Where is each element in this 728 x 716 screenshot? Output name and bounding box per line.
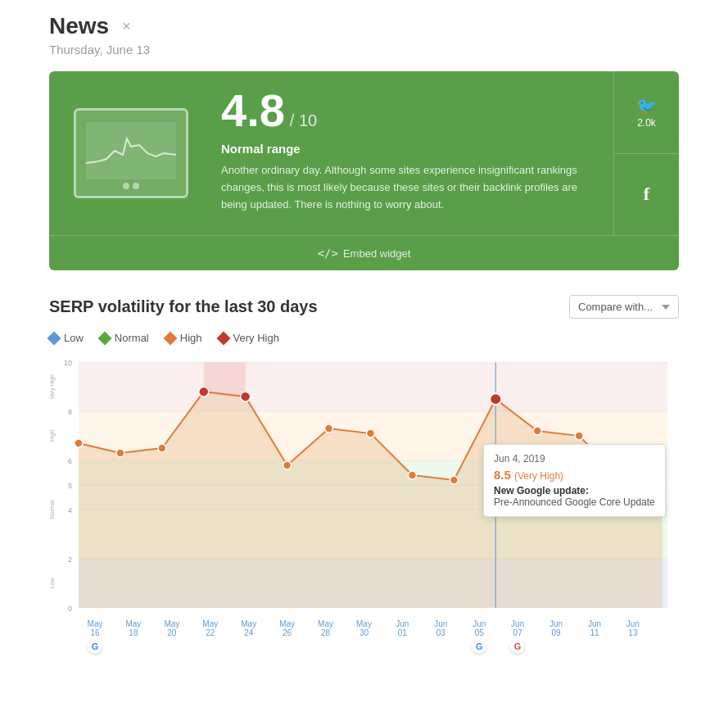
g-icon-slot-2 — [156, 639, 188, 654]
svg-point-30 — [325, 424, 333, 433]
g-icon-slot-8 — [386, 639, 418, 654]
x-label-jun01[interactable]: Jun01 — [386, 619, 418, 637]
chart-title: SERP volatility for the last 30 days — [49, 297, 318, 316]
very-high-color-swatch — [216, 331, 230, 345]
score-value: 4.8 — [221, 88, 285, 134]
x-label-may22[interactable]: May22 — [194, 619, 227, 637]
svg-point-36 — [575, 432, 583, 440]
g-icon-slot-7 — [347, 639, 380, 654]
legend-normal: Normal — [100, 332, 149, 344]
tooltip-score: 8.5 (Very High) — [494, 468, 655, 482]
g-icon-slot-4 — [233, 639, 265, 654]
score-card: 4.8 / 10 Normal range Another ordinary d… — [49, 71, 679, 270]
x-axis-labels: May16 May18 May20 May22 May24 May26 May2… — [49, 616, 679, 637]
legend-normal-label: Normal — [115, 332, 149, 344]
x-label-jun05[interactable]: Jun05 — [463, 619, 495, 637]
range-label: Normal range — [221, 142, 597, 156]
svg-text:8: 8 — [68, 408, 72, 416]
legend-low: Low — [49, 332, 84, 344]
page-title: News — [49, 13, 109, 39]
tooltip-date: Jun 4, 2019 — [494, 453, 655, 464]
g-icon-slot-11: G — [501, 639, 534, 654]
chart-section: SERP volatility for the last 30 days Com… — [49, 295, 679, 654]
page-subtitle: Thursday, June 13 — [49, 43, 679, 57]
svg-rect-0 — [79, 362, 667, 411]
g-icon-slot-1 — [117, 639, 150, 654]
range-description: Another ordinary day. Although some site… — [221, 162, 597, 213]
svg-marker-39 — [204, 362, 246, 397]
social-panel: 🐦 2.0k f — [613, 71, 679, 235]
svg-point-34 — [490, 393, 501, 405]
svg-point-33 — [450, 476, 458, 484]
tooltip-description: Pre-Announced Google Core Update — [494, 496, 655, 508]
svg-point-29 — [283, 461, 292, 469]
monitor-illustration — [49, 71, 213, 235]
svg-text:High: High — [49, 430, 56, 442]
svg-text:Normal: Normal — [49, 500, 55, 519]
code-icon: </> — [318, 247, 338, 260]
g-icon-slot-13 — [578, 639, 611, 654]
close-button[interactable]: × — [117, 16, 136, 37]
x-label-may28[interactable]: May28 — [310, 619, 342, 637]
chart-tooltip: Jun 4, 2019 8.5 (Very High) New Google u… — [483, 444, 666, 517]
header: News × Thursday, June 13 — [0, 0, 728, 63]
facebook-share[interactable]: f — [614, 154, 679, 236]
svg-point-26 — [158, 444, 166, 452]
g-icon-slot-3 — [194, 639, 227, 654]
svg-text:10: 10 — [64, 359, 72, 367]
normal-color-swatch — [97, 331, 111, 345]
twitter-value: 2.0k — [637, 117, 656, 129]
embed-label: Embed widget — [343, 247, 410, 260]
svg-text:6: 6 — [68, 457, 72, 465]
svg-point-32 — [408, 471, 416, 479]
score-denom: / 10 — [290, 111, 317, 130]
svg-point-31 — [366, 429, 374, 437]
x-label-jun13[interactable]: Jun13 — [617, 619, 649, 637]
x-label-jun07[interactable]: Jun07 — [501, 619, 534, 637]
tooltip-level: (Very High) — [514, 470, 563, 482]
svg-text:5: 5 — [68, 482, 72, 490]
legend-high-label: High — [180, 332, 202, 344]
svg-text:2: 2 — [68, 555, 72, 564]
g-icon-slot-9 — [424, 639, 457, 654]
google-icon-jun05[interactable]: G — [472, 639, 486, 654]
embed-widget-link[interactable]: </> Embed widget — [318, 247, 411, 260]
tooltip-label: New Google update: — [494, 485, 655, 496]
chart-area: 10 8 6 5 4 2 0 Very High High Normal Low — [49, 354, 679, 616]
g-icon-slot-10: G — [463, 639, 495, 654]
x-label-may26[interactable]: May26 — [271, 619, 304, 637]
facebook-icon: f — [644, 184, 649, 205]
twitter-icon: 🐦 — [636, 96, 657, 116]
x-label-jun11[interactable]: Jun11 — [578, 619, 611, 637]
x-label-may24[interactable]: May24 — [233, 619, 265, 637]
legend-low-label: Low — [64, 332, 84, 344]
svg-text:Very High: Very High — [49, 374, 56, 399]
svg-text:0: 0 — [68, 605, 72, 613]
embed-section: </> Embed widget — [49, 235, 679, 270]
svg-text:4: 4 — [68, 506, 72, 514]
x-label-jun03[interactable]: Jun03 — [424, 619, 457, 637]
svg-point-25 — [116, 449, 124, 457]
g-icon-slot-14 — [617, 639, 649, 654]
google-icon-may16[interactable]: G — [88, 639, 102, 654]
legend-very-high-label: Very High — [233, 332, 279, 344]
card-content: 4.8 / 10 Normal range Another ordinary d… — [213, 71, 613, 235]
legend-very-high: Very High — [219, 332, 279, 344]
g-icon-slot-5 — [271, 639, 304, 654]
x-label-may20[interactable]: May20 — [156, 619, 188, 637]
legend-high: High — [165, 332, 202, 344]
g-icon-slot-0: G — [79, 639, 111, 654]
google-icon-jun07[interactable]: G — [510, 639, 525, 654]
compare-select[interactable]: Compare with... All Industries Finance H… — [569, 295, 679, 319]
chart-legend: Low Normal High Very High — [49, 332, 679, 344]
google-icons-row: G G G — [49, 637, 679, 654]
x-label-may16[interactable]: May16 — [79, 619, 111, 637]
x-label-may18[interactable]: May18 — [117, 619, 150, 637]
svg-point-35 — [533, 427, 541, 435]
g-icon-slot-12 — [540, 639, 572, 654]
twitter-count[interactable]: 🐦 2.0k — [614, 71, 679, 154]
x-label-may30[interactable]: May30 — [347, 619, 380, 637]
svg-point-24 — [75, 439, 83, 447]
g-icon-slot-6 — [310, 639, 342, 654]
x-label-jun09[interactable]: Jun09 — [540, 619, 572, 637]
